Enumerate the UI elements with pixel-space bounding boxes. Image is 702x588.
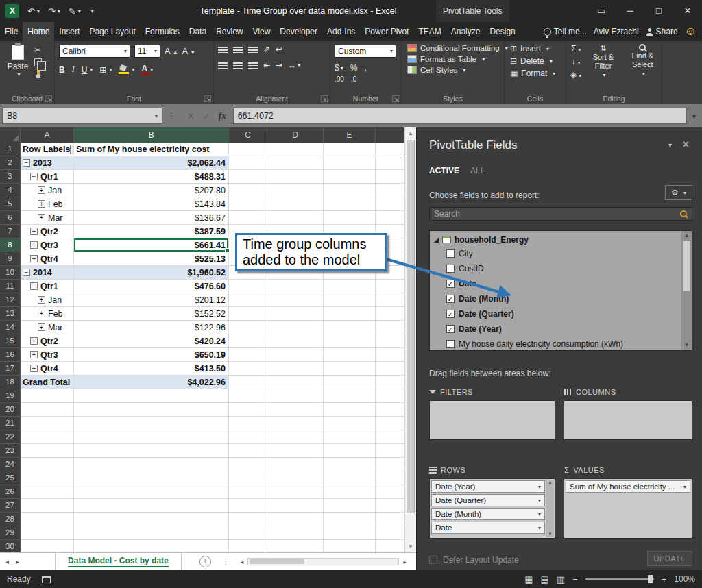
format-painter-button[interactable] (34, 70, 43, 78)
cell-E21[interactable] (324, 417, 376, 430)
row-header-7[interactable]: 7 (0, 225, 21, 238)
cell-D26[interactable] (267, 485, 324, 499)
zoom-level-label[interactable]: 100% (674, 574, 695, 584)
cell-F30[interactable] (376, 540, 406, 552)
search-input[interactable]: Search (429, 207, 692, 221)
cell-D11[interactable] (267, 280, 324, 293)
name-box[interactable]: B8▾ (2, 108, 162, 124)
ribbon-display-options-button[interactable]: ▭ (587, 0, 616, 22)
cell-B11[interactable]: $476.60 (74, 280, 229, 293)
row-header-5[interactable]: 5 (0, 197, 21, 211)
cell-B21[interactable] (74, 417, 229, 430)
select-all-corner[interactable] (0, 127, 21, 143)
cell-B26[interactable] (74, 485, 229, 499)
cell-F17[interactable] (376, 362, 406, 376)
tab-active[interactable]: ACTIVE (429, 166, 459, 175)
row-header-16[interactable]: 16 (0, 348, 21, 362)
cell-B28[interactable] (74, 513, 229, 526)
cell-B20[interactable] (74, 403, 229, 417)
cell-F21[interactable] (376, 417, 406, 430)
row-header-24[interactable]: 24 (0, 458, 21, 471)
cell-B24[interactable] (74, 458, 229, 471)
field-checkbox-2[interactable]: ✓ (446, 280, 455, 288)
columns-area-box[interactable] (564, 400, 692, 440)
italic-button[interactable]: I (72, 64, 75, 75)
row-header-22[interactable]: 22 (0, 430, 21, 444)
cell-A12[interactable]: +Jan (21, 293, 74, 307)
row-header-11[interactable]: 11 (0, 280, 21, 293)
cell-A19[interactable] (21, 389, 74, 403)
cell-E30[interactable] (324, 540, 376, 552)
cell-A16[interactable]: +Qtr3 (21, 348, 74, 362)
sort-filter-button[interactable]: ⇅ Sort & Filter▾ (585, 44, 620, 79)
clear-button[interactable]: ◈▾ (570, 70, 581, 79)
zoom-slider-thumb[interactable] (648, 575, 653, 583)
field-item-date-year-[interactable]: ✓Date (Year) (430, 321, 692, 336)
orientation-button[interactable]: ⇗ (263, 45, 270, 54)
previous-sheet-button[interactable]: ◂ (5, 558, 9, 565)
ribbon-tab-developer[interactable]: Developer (275, 22, 322, 41)
cell-B14[interactable]: $122.96 (74, 321, 229, 334)
column-header-C[interactable]: C (229, 127, 267, 143)
merge-center-button[interactable]: ↔ (288, 60, 296, 70)
cell-A21[interactable] (21, 417, 74, 430)
cell-D15[interactable] (267, 334, 324, 348)
row-header-9[interactable]: 9 (0, 252, 21, 266)
cell-B8[interactable]: $661.41 (74, 238, 229, 252)
rows-area-scroll-down[interactable]: ▼ (546, 531, 554, 537)
cell-C17[interactable] (229, 362, 267, 376)
cell-D17[interactable] (267, 362, 324, 376)
cell-A27[interactable] (21, 499, 74, 513)
cell-D27[interactable] (267, 499, 324, 513)
field-checkbox-4[interactable]: ✓ (446, 310, 455, 318)
cell-A3[interactable]: −Qtr1 (21, 170, 74, 184)
cell-E12[interactable] (324, 293, 376, 307)
tell-me-button[interactable]: Tell me... (544, 27, 587, 36)
expand-button[interactable]: + (38, 296, 45, 304)
cell-F15[interactable] (376, 334, 406, 348)
cell-F24[interactable] (376, 458, 406, 471)
cell-D2[interactable] (267, 156, 324, 170)
cell-E15[interactable] (324, 334, 376, 348)
row-header-23[interactable]: 23 (0, 444, 21, 458)
row-header-30[interactable]: 30 (0, 540, 21, 552)
expand-button[interactable]: + (38, 214, 45, 221)
ribbon-tab-page-layout[interactable]: Page Layout (84, 22, 140, 41)
scroll-down-arrow[interactable]: ▼ (405, 541, 416, 552)
ribbon-tab-data[interactable]: Data (184, 22, 211, 41)
find-select-button[interactable]: Find & Select▾ (625, 44, 660, 79)
cell-D22[interactable] (267, 430, 324, 444)
fields-panel-close-icon[interactable]: ✕ (682, 139, 690, 149)
cell-D3[interactable] (267, 170, 324, 184)
row-header-29[interactable]: 29 (0, 526, 21, 540)
zoom-slider[interactable] (585, 578, 654, 580)
rows-area-scrollbar[interactable]: ▲ ▼ (546, 480, 554, 537)
expand-button[interactable]: + (30, 228, 38, 235)
cell-F29[interactable] (376, 526, 406, 540)
filters-area-box[interactable] (429, 400, 555, 440)
insert-cells-button[interactable]: ⊞Insert▾ (505, 41, 566, 53)
cell-A24[interactable] (21, 458, 74, 471)
cell-B7[interactable]: $387.59 (74, 225, 229, 238)
cell-B19[interactable] (74, 389, 229, 403)
font-size-combo[interactable]: 11▾ (134, 45, 160, 58)
cell-B22[interactable] (74, 430, 229, 444)
cell-E20[interactable] (324, 403, 376, 417)
cell-D20[interactable] (267, 403, 324, 417)
cell-C14[interactable] (229, 321, 267, 334)
cell-B16[interactable]: $650.19 (74, 348, 229, 362)
cell-F27[interactable] (376, 499, 406, 513)
cell-F2[interactable] (376, 156, 406, 170)
cell-B9[interactable]: $525.13 (74, 252, 229, 266)
expand-button[interactable]: + (38, 323, 45, 331)
conditional-formatting-button[interactable]: Conditional Formatting▾ (402, 41, 504, 52)
cell-C16[interactable] (229, 348, 267, 362)
align-center-icon[interactable] (233, 62, 243, 69)
cell-B6[interactable]: $136.67 (74, 211, 229, 225)
cell-B25[interactable] (74, 471, 229, 485)
cell-B27[interactable] (74, 499, 229, 513)
cell-E24[interactable] (324, 458, 376, 471)
cell-A15[interactable]: +Qtr2 (21, 334, 74, 348)
collapse-button[interactable]: − (30, 173, 38, 180)
cell-F23[interactable] (376, 444, 406, 458)
